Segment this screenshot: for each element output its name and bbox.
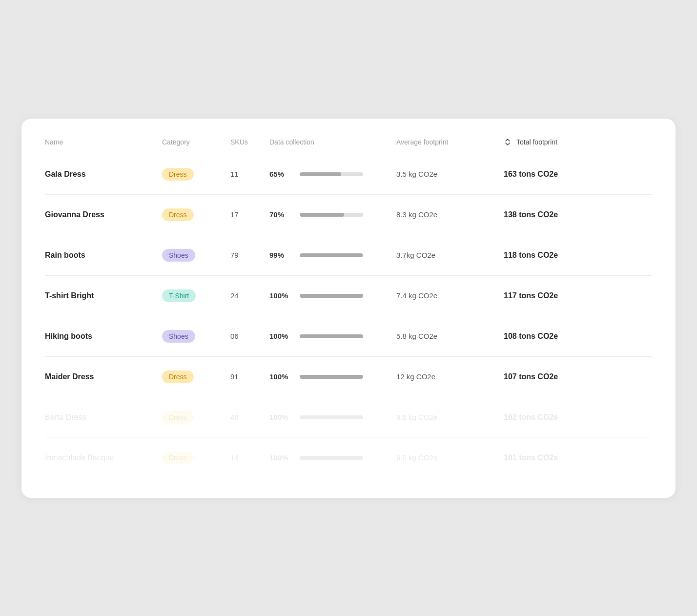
category-badge: Dress <box>162 452 194 464</box>
progress-bar-fill <box>300 456 363 460</box>
row-skus: 11 <box>230 170 269 178</box>
progress-bar-fill <box>300 415 363 419</box>
row-name: Inmaculada Bacque <box>45 453 162 462</box>
row-total-footprint: 138 tons CO2e <box>504 210 601 219</box>
row-avg-footprint: 7.4 kg CO2e <box>396 291 504 300</box>
row-name: Giovanna Dress <box>45 210 162 219</box>
sort-icon <box>504 138 512 146</box>
col-header-total-footprint-label: Total footprint <box>516 138 557 146</box>
progress-bar <box>300 334 363 338</box>
row-name: T-shirt Bright <box>45 291 162 300</box>
row-category: Shoes <box>162 249 230 262</box>
dc-percent: 100% <box>269 413 293 421</box>
row-category: Dress <box>162 208 230 221</box>
row-total-footprint: 163 tons CO2e <box>504 170 601 179</box>
dc-percent: 99% <box>269 251 293 259</box>
row-total-footprint: 101 tons CO2e <box>504 453 601 462</box>
table-row[interactable]: Berta Dress Dress 46 100% 9.6 kg CO2e 10… <box>45 397 652 438</box>
table-row[interactable]: Giovanna Dress Dress 17 70% 8.3 kg CO2e … <box>45 195 652 235</box>
row-name: Rain boots <box>45 251 162 260</box>
row-category: Dress <box>162 411 230 424</box>
category-badge: Dress <box>162 370 194 383</box>
dc-percent: 65% <box>269 170 293 178</box>
row-skus: 91 <box>230 372 269 381</box>
row-avg-footprint: 3.5 kg CO2e <box>396 170 504 178</box>
row-total-footprint: 107 tons CO2e <box>504 372 601 381</box>
row-data-collection: 65% <box>269 170 396 178</box>
category-badge: T-Shirt <box>162 289 196 302</box>
col-header-total-footprint[interactable]: Total footprint <box>504 138 601 146</box>
progress-bar <box>300 253 363 257</box>
row-total-footprint: 108 tons CO2e <box>504 332 601 341</box>
progress-bar-fill <box>300 172 341 176</box>
table-row[interactable]: Rain boots Shoes 79 99% 3.7kg CO2e 118 t… <box>45 235 652 276</box>
progress-bar-fill <box>300 294 363 298</box>
progress-bar <box>300 375 363 379</box>
table-body: Gala Dress Dress 11 65% 3.5 kg CO2e 163 … <box>45 154 652 478</box>
table-header: Name Category SKUs Data collection Avera… <box>45 138 652 154</box>
row-data-collection: 99% <box>269 251 396 259</box>
product-table-card: Name Category SKUs Data collection Avera… <box>21 119 676 498</box>
progress-bar-fill <box>300 334 363 338</box>
progress-bar-fill <box>300 375 363 379</box>
col-header-name: Name <box>45 138 162 146</box>
row-avg-footprint: 9.6 kg CO2e <box>396 413 504 421</box>
row-total-footprint: 102 tons CO2e <box>504 413 601 422</box>
row-data-collection: 100% <box>269 453 396 462</box>
row-skus: 17 <box>230 210 269 219</box>
row-name: Gala Dress <box>45 170 162 179</box>
col-header-skus: SKUs <box>230 138 269 146</box>
dc-percent: 70% <box>269 210 293 219</box>
row-category: Dress <box>162 168 230 181</box>
row-name: Berta Dress <box>45 413 162 422</box>
progress-bar <box>300 172 363 176</box>
progress-bar <box>300 415 363 419</box>
category-badge: Shoes <box>162 330 195 343</box>
category-badge: Dress <box>162 168 194 181</box>
category-badge: Shoes <box>162 249 195 262</box>
row-name: Hiking boots <box>45 332 162 341</box>
col-header-data-collection: Data collection <box>269 138 396 146</box>
row-skus: 46 <box>230 413 269 421</box>
progress-bar <box>300 213 363 217</box>
row-skus: 06 <box>230 332 269 340</box>
progress-bar-fill <box>300 253 363 257</box>
table-row[interactable]: Hiking boots Shoes 06 100% 5.8 kg CO2e 1… <box>45 316 652 357</box>
col-header-avg-footprint: Average footprint <box>396 138 504 146</box>
row-avg-footprint: 8.3 kg CO2e <box>396 210 504 219</box>
row-avg-footprint: 6.5 kg CO2e <box>396 453 504 462</box>
row-category: Dress <box>162 452 230 464</box>
row-category: Dress <box>162 370 230 383</box>
table-row[interactable]: T-shirt Bright T-Shirt 24 100% 7.4 kg CO… <box>45 276 652 316</box>
table-row[interactable]: Maider Dress Dress 91 100% 12 kg CO2e 10… <box>45 357 652 397</box>
dc-percent: 100% <box>269 372 293 381</box>
row-category: Shoes <box>162 330 230 343</box>
table-row[interactable]: Gala Dress Dress 11 65% 3.5 kg CO2e 163 … <box>45 154 652 195</box>
dc-percent: 100% <box>269 291 293 300</box>
row-skus: 24 <box>230 291 269 300</box>
row-avg-footprint: 12 kg CO2e <box>396 372 504 381</box>
table-row[interactable]: Inmaculada Bacque Dress 14 100% 6.5 kg C… <box>45 438 652 478</box>
row-data-collection: 70% <box>269 210 396 219</box>
row-avg-footprint: 5.8 kg CO2e <box>396 332 504 340</box>
row-category: T-Shirt <box>162 289 230 302</box>
col-header-category: Category <box>162 138 230 146</box>
row-data-collection: 100% <box>269 291 396 300</box>
row-name: Maider Dress <box>45 372 162 381</box>
category-badge: Dress <box>162 208 194 221</box>
row-total-footprint: 117 tons CO2e <box>504 291 601 300</box>
dc-percent: 100% <box>269 332 293 340</box>
progress-bar <box>300 456 363 460</box>
dc-percent: 100% <box>269 453 293 462</box>
row-skus: 79 <box>230 251 269 259</box>
category-badge: Dress <box>162 411 194 424</box>
row-avg-footprint: 3.7kg CO2e <box>396 251 504 259</box>
row-skus: 14 <box>230 453 269 462</box>
progress-bar-fill <box>300 213 344 217</box>
row-data-collection: 100% <box>269 332 396 340</box>
progress-bar <box>300 294 363 298</box>
row-total-footprint: 118 tons CO2e <box>504 251 601 260</box>
row-data-collection: 100% <box>269 413 396 421</box>
row-data-collection: 100% <box>269 372 396 381</box>
